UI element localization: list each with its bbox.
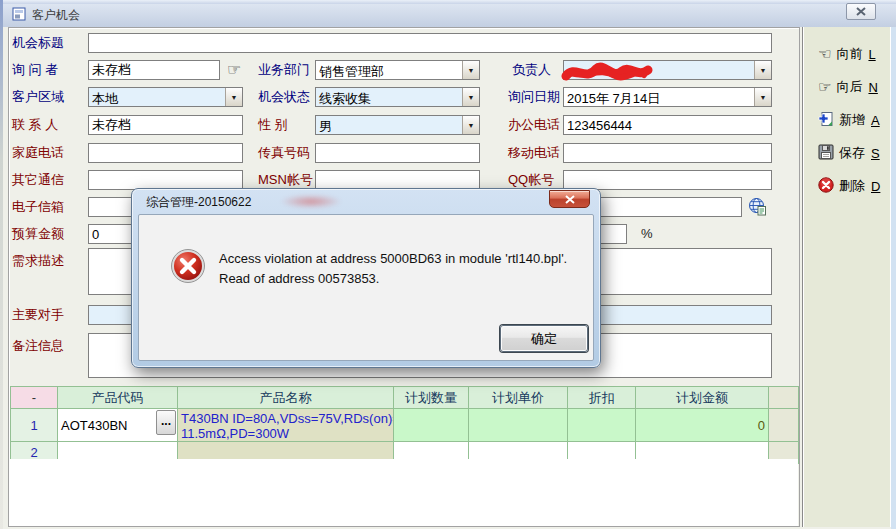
chevron-down-icon[interactable]: ▼ bbox=[462, 116, 479, 134]
competitor-label: 主要对手 bbox=[12, 305, 64, 325]
customer-opportunity-window: 客户机会 机会标题 询 问 者 ☞ 业务部门 销售管理部 ▼ 负责人 ▼ 客户区… bbox=[0, 0, 896, 529]
opportunity-title-label: 机会标题 bbox=[12, 33, 64, 53]
table-header-row: - 产品代码 产品名称 计划数量 计划单价 折扣 计划金额 bbox=[11, 387, 799, 409]
col-header-plan-price[interactable]: 计划单价 bbox=[469, 387, 568, 409]
opportunity-title-input[interactable] bbox=[88, 33, 772, 53]
status-select[interactable]: 线索收集 ▼ bbox=[315, 87, 480, 107]
dialog-body: Access violation at address 5000BD63 in … bbox=[138, 214, 594, 361]
col-header-plan-amount[interactable]: 计划金额 bbox=[636, 387, 769, 409]
col-header-marker[interactable]: - bbox=[11, 387, 58, 409]
window-right-border bbox=[891, 27, 896, 529]
dialog-close-button[interactable] bbox=[549, 190, 590, 208]
window-titlebar: 客户机会 bbox=[3, 4, 896, 27]
mobile-input[interactable] bbox=[563, 143, 772, 163]
demand-label: 需求描述 bbox=[12, 251, 64, 271]
col-header-discount[interactable]: 折扣 bbox=[568, 387, 636, 409]
office-phone-label: 办公电话 bbox=[508, 115, 560, 135]
business-dept-label: 业务部门 bbox=[258, 60, 310, 80]
next-record-button[interactable]: ☞ 向后N bbox=[818, 78, 878, 96]
chevron-down-icon[interactable]: ▼ bbox=[754, 61, 771, 79]
mobile-label: 移动电话 bbox=[508, 143, 560, 163]
plan-qty-cell[interactable] bbox=[394, 409, 469, 442]
contact-input[interactable] bbox=[88, 115, 243, 135]
msn-input[interactable] bbox=[315, 170, 480, 190]
col-header-product-name[interactable]: 产品名称 bbox=[178, 387, 394, 409]
plan-amount-cell[interactable]: 0 bbox=[636, 409, 769, 442]
error-dialog: 综合管理-20150622 Access violation bbox=[131, 188, 601, 368]
save-record-button[interactable]: 保存S bbox=[818, 144, 880, 162]
qq-input[interactable] bbox=[563, 170, 772, 190]
qq-label: QQ帐号 bbox=[508, 170, 554, 190]
owner-select[interactable]: ▼ bbox=[563, 60, 772, 80]
inquirer-label: 询 问 者 bbox=[12, 60, 58, 80]
fax-input[interactable] bbox=[315, 143, 480, 163]
product-code-cell[interactable]: AOT430BN ... bbox=[58, 409, 178, 442]
discount-cell[interactable] bbox=[568, 409, 636, 442]
inquiry-date-picker[interactable]: 2015年 7月14日 ▼ bbox=[563, 87, 772, 107]
home-phone-input[interactable] bbox=[88, 143, 243, 163]
product-name-cell[interactable]: T430BN ID=80A,VDss=75V,RDs(on)= 11.5mΩ,P… bbox=[178, 409, 394, 442]
col-header-product-code[interactable]: 产品代码 bbox=[58, 387, 178, 409]
delete-x-icon bbox=[818, 177, 834, 196]
chevron-down-icon[interactable]: ▼ bbox=[462, 61, 479, 79]
lookup-ellipsis-button[interactable]: ... bbox=[156, 410, 176, 435]
other-comm-input[interactable] bbox=[88, 170, 243, 190]
office-phone-input[interactable] bbox=[563, 115, 772, 135]
window-title: 客户机会 bbox=[32, 7, 80, 24]
other-comm-label: 其它通信 bbox=[12, 170, 64, 190]
window-icon bbox=[12, 7, 26, 24]
prev-record-button[interactable]: ☜ 向前L bbox=[818, 45, 876, 63]
remark-label: 备注信息 bbox=[12, 336, 64, 356]
chevron-down-icon[interactable]: ▼ bbox=[462, 88, 479, 106]
save-floppy-icon bbox=[818, 144, 834, 163]
action-sidebar bbox=[802, 27, 891, 527]
owner-label: 负责人 bbox=[512, 60, 551, 80]
region-select[interactable]: 本地 ▼ bbox=[88, 87, 243, 107]
hand-point-left-icon: ☜ bbox=[818, 46, 831, 62]
email-label: 电子信箱 bbox=[12, 197, 64, 217]
chevron-down-icon[interactable]: ▼ bbox=[754, 88, 771, 106]
hand-point-right-icon: ☞ bbox=[818, 79, 831, 95]
status-label: 机会状态 bbox=[258, 87, 310, 107]
dialog-title: 综合管理-20150622 bbox=[146, 194, 251, 211]
col-header-filler bbox=[769, 387, 799, 409]
contact-label: 联 系 人 bbox=[12, 115, 58, 135]
chevron-down-icon[interactable]: ▼ bbox=[225, 88, 242, 106]
budget-label: 预算金额 bbox=[12, 224, 64, 244]
ok-button[interactable]: 确定 bbox=[500, 325, 588, 352]
gender-select[interactable]: 男 ▼ bbox=[315, 115, 480, 135]
plan-price-cell[interactable] bbox=[469, 409, 568, 442]
table-row: 1 AOT430BN ... T430BN ID=80A,VDss=75V,RD… bbox=[11, 409, 799, 442]
col-header-plan-qty[interactable]: 计划数量 bbox=[394, 387, 469, 409]
product-table: - 产品代码 产品名称 计划数量 计划单价 折扣 计划金额 1 AOT430BN… bbox=[10, 386, 799, 464]
filler-cell bbox=[769, 409, 799, 442]
error-icon bbox=[170, 248, 206, 287]
inquiry-date-label: 询问日期 bbox=[508, 87, 560, 107]
window-left-border bbox=[0, 0, 3, 529]
hand-point-right-icon[interactable]: ☞ bbox=[227, 61, 241, 79]
grid-empty-area bbox=[10, 459, 798, 526]
business-dept-select[interactable]: 销售管理部 ▼ bbox=[315, 60, 480, 80]
home-phone-label: 家庭电话 bbox=[12, 143, 64, 163]
percent-suffix: % bbox=[641, 224, 653, 244]
add-record-button[interactable]: 新增A bbox=[818, 111, 880, 129]
error-message: Access violation at address 5000BD63 in … bbox=[219, 249, 567, 289]
row-number-cell[interactable]: 1 bbox=[11, 409, 58, 442]
delete-record-button[interactable]: 删除D bbox=[818, 177, 880, 195]
window-close-button[interactable] bbox=[846, 3, 876, 20]
new-document-icon bbox=[818, 111, 834, 130]
redaction-smudge bbox=[282, 195, 340, 208]
gender-label: 性 别 bbox=[258, 115, 288, 135]
msn-label: MSN帐号 bbox=[258, 170, 313, 190]
globe-email-icon[interactable] bbox=[748, 197, 767, 219]
inquirer-input[interactable] bbox=[88, 60, 220, 80]
region-label: 客户区域 bbox=[12, 87, 64, 107]
fax-label: 传真号码 bbox=[258, 143, 310, 163]
